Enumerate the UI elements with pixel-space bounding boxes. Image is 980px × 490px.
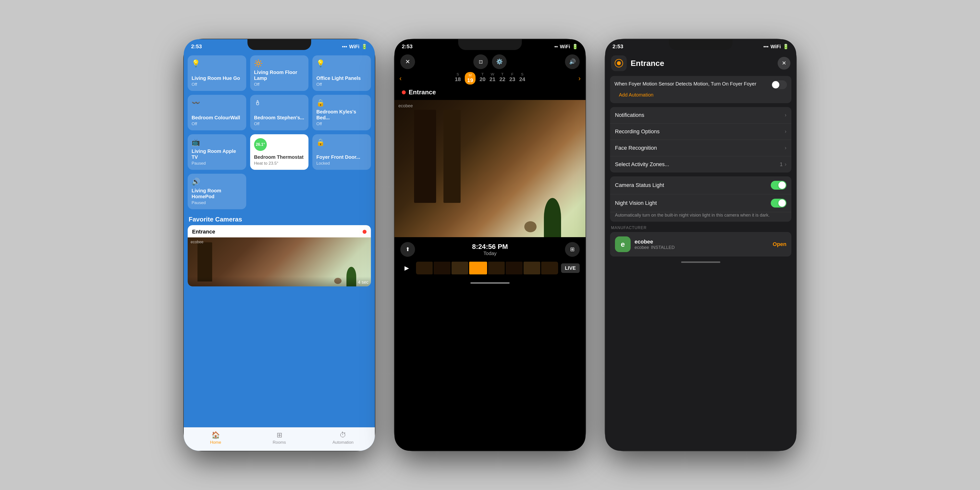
phone1-home-app: 2:53 ▪▪▪ WiFi 🔋 💡 Living Room Hue Go Off	[184, 39, 375, 451]
activity-chevron: ›	[785, 161, 786, 167]
manufacturer-installed: INSTALLED	[651, 245, 675, 250]
tile-icon-0: 💡	[192, 59, 242, 67]
home-indicator-2	[470, 282, 510, 284]
settings-title-row: Entrance	[611, 56, 664, 71]
tile-living-room-floor-lamp[interactable]: 🔆 Living Room Floor Lamp Off	[250, 56, 309, 91]
wifi-icon-3: WiFi	[770, 44, 781, 49]
recording-options-row[interactable]: Recording Options ›	[610, 124, 791, 140]
tile-icon-8: 🔒	[316, 138, 367, 146]
tile-name-6: Living Room Apple TV	[192, 148, 242, 160]
settings-close-button[interactable]: ✕	[778, 57, 791, 70]
day-label-w21: W	[491, 72, 494, 76]
tile-status-4: Off	[254, 121, 305, 126]
automation-section: When Foyer Motion Sensor Detects Motion,…	[610, 76, 791, 103]
settings-header: Entrance ✕	[605, 51, 796, 76]
day-num-18: 18	[455, 76, 461, 83]
cam-settings-icon	[611, 56, 627, 71]
battery-icon-2: 🔋	[572, 44, 578, 49]
tab-automation[interactable]: ⏱ Automation	[311, 431, 375, 445]
wifi-icon-2: WiFi	[560, 44, 570, 49]
night-vision-toggle[interactable]	[771, 199, 786, 207]
close-button[interactable]: ✕	[400, 54, 415, 69]
tab-rooms-label: Rooms	[273, 440, 286, 445]
tile-name-9: Living Room HomePod	[192, 188, 242, 199]
tile-bedroom-colourwall[interactable]: 〰️ Bedroom ColourWall Off	[188, 95, 246, 130]
live-badge[interactable]: LIVE	[561, 263, 580, 273]
cam-cat	[524, 221, 536, 232]
tile-bedroom-stephens[interactable]: 🕯 Bedroom Stephen's... Off	[250, 95, 309, 130]
prev-date-button[interactable]: ‹	[399, 75, 402, 82]
tile-icon-6: 📺	[192, 138, 242, 146]
day-tue-20[interactable]: T 20	[479, 72, 485, 84]
thumb-3	[452, 262, 468, 274]
entrance-live-dot	[402, 91, 406, 94]
tile-apple-tv[interactable]: 📺 Living Room Apple TV Paused	[188, 134, 246, 170]
timeline-thumbnails[interactable]	[416, 262, 558, 274]
play-button[interactable]: ▶	[400, 262, 413, 274]
camera-card[interactable]: Entrance ecobee 4 sec	[188, 225, 371, 286]
day-sat-18[interactable]: S 18	[455, 72, 461, 84]
notifications-row[interactable]: Notifications ›	[610, 107, 791, 124]
automation-toggle[interactable]	[771, 80, 787, 89]
day-sat-24[interactable]: S 24	[519, 72, 525, 84]
camera-duration: 4 sec	[358, 280, 369, 285]
door-silhouette	[197, 242, 212, 282]
add-automation-button[interactable]: Add Automation	[614, 89, 787, 99]
share-button[interactable]: ⬆	[400, 242, 415, 257]
manufacturer-sub: ecobee	[635, 245, 649, 250]
tile-living-room-hue-go[interactable]: 💡 Living Room Hue Go Off	[188, 56, 246, 91]
tab-bar: 🏠 Home ⊞ Rooms ⏱ Automation	[184, 427, 375, 451]
tile-bedroom-kyles[interactable]: 🔒 Bedroom Kyles's Bed... Off	[312, 95, 371, 130]
grid-button[interactable]: ⊞	[565, 242, 580, 257]
cam-door-right	[444, 110, 461, 203]
status-time-2: 2:53	[402, 43, 412, 50]
battery-icon-3: 🔋	[783, 44, 789, 49]
thumb-1	[416, 262, 433, 274]
tile-icon-9: 🔊	[192, 178, 242, 186]
day-num-21: 21	[490, 76, 495, 83]
day-num-19: 19	[467, 77, 473, 84]
audio-button[interactable]: 🔊	[565, 54, 580, 69]
tile-status-7: Heat to 23.5°	[254, 161, 305, 166]
cam-time-sub: Today	[415, 251, 565, 256]
open-button[interactable]: Open	[773, 241, 786, 247]
recording-chevron: ›	[785, 128, 786, 135]
cam-plant	[544, 198, 561, 237]
cam-bottom-controls: ⬆ 8:24:56 PM Today ⊞	[395, 237, 585, 262]
main-settings-list: Notifications › Recording Options › Face…	[610, 107, 791, 172]
day-mon-19[interactable]: M 19	[465, 72, 476, 84]
tile-thermostat[interactable]: 26.1° Bedroom Thermostat Heat to 23.5°	[250, 134, 309, 170]
manufacturer-section: MANUFACTURER e ecobee ecobee INSTALLED O…	[610, 226, 791, 256]
home-tab-icon: 🏠	[212, 431, 220, 439]
day-num-24: 24	[519, 76, 525, 83]
tile-office-light-panels[interactable]: 💡 Office Light Panels Off	[312, 56, 371, 91]
picture-in-picture-button[interactable]: ⊡	[473, 54, 488, 69]
settings-button[interactable]: ⚙️	[492, 54, 507, 69]
tile-status-3: Off	[192, 121, 242, 126]
day-thu-22[interactable]: T 22	[499, 72, 505, 84]
thumb-5	[488, 262, 505, 274]
home-grid-row2: 🔊 Living Room HomePod Paused	[184, 174, 375, 213]
tile-name-5: Bedroom Kyles's Bed...	[316, 109, 367, 121]
activity-zones-row[interactable]: Select Activity Zones... 1 ›	[610, 156, 791, 172]
automation-row: When Foyer Motion Sensor Detects Motion,…	[614, 80, 787, 89]
tab-rooms[interactable]: ⊞ Rooms	[247, 431, 311, 445]
tile-status-9: Paused	[192, 200, 242, 205]
tile-homepod[interactable]: 🔊 Living Room HomePod Paused	[188, 174, 246, 209]
next-date-button[interactable]: ›	[578, 75, 581, 82]
notch3	[669, 39, 733, 50]
camera-status-light-toggle[interactable]	[771, 181, 786, 189]
tile-status-8: Locked	[316, 161, 367, 166]
face-recognition-row[interactable]: Face Recognition ›	[610, 140, 791, 156]
tile-foyer-door[interactable]: 🔒 Foyer Front Door... Locked	[312, 134, 371, 170]
day-fri-23[interactable]: F 23	[509, 72, 515, 84]
camera-entrance-label: Entrance	[395, 88, 585, 100]
status-time-1: 2:53	[191, 43, 202, 50]
date-days-row: S 18 M 19 T 20 W 21 T 22	[406, 72, 573, 84]
day-wed-21[interactable]: W 21	[490, 72, 495, 84]
manufacturer-label: MANUFACTURER	[610, 226, 791, 232]
day-label-m19: M	[469, 73, 472, 77]
tab-home[interactable]: 🏠 Home	[184, 431, 247, 445]
tile-name-7: Bedroom Thermostat	[254, 154, 305, 160]
tile-icon-5: 🔒	[316, 99, 367, 107]
